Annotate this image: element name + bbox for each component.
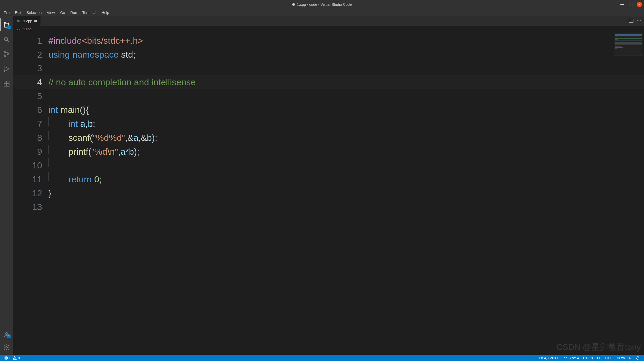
close-button[interactable] xyxy=(637,2,642,7)
code-content xyxy=(48,89,644,103)
menu-selection[interactable]: Selection xyxy=(24,9,44,16)
editor-tabs: C+ 1.cpp xyxy=(13,16,644,26)
split-editor-button[interactable] xyxy=(629,18,633,24)
menu-edit[interactable]: Edit xyxy=(12,9,24,16)
accounts-badge: 1 xyxy=(7,334,11,338)
maximize-button[interactable] xyxy=(628,2,633,7)
activity-source-control[interactable] xyxy=(0,48,13,61)
line-number: 6 xyxy=(13,103,48,117)
activity-run-debug[interactable] xyxy=(0,63,13,75)
tab-label: 1.cpp xyxy=(23,19,32,23)
minimize-button[interactable] xyxy=(620,2,625,7)
editor-area: C+ 1.cpp C+ 1.cpp 1#include<bit xyxy=(13,16,644,355)
activity-extensions[interactable] xyxy=(0,77,13,90)
code-content: scanf("%d%d",&a,&b); xyxy=(48,131,644,145)
code-content: int main(){ xyxy=(48,103,644,117)
line-number: 1 xyxy=(13,34,48,48)
code-content xyxy=(48,61,644,75)
line-number: 13 xyxy=(13,200,48,214)
tab-1-cpp[interactable]: C+ 1.cpp xyxy=(13,16,41,26)
code-content: return 0; xyxy=(48,172,644,186)
svg-rect-11 xyxy=(4,81,6,83)
status-cursor-position[interactable]: Ln 4, Col 39 xyxy=(537,356,560,360)
title-bar: 1.cpp - code - Visual Studio Code xyxy=(0,0,644,9)
svg-rect-29 xyxy=(616,357,620,359)
minimap[interactable] xyxy=(614,33,643,56)
activity-bar: 1 1 xyxy=(0,16,13,355)
code-line[interactable]: 5 xyxy=(13,89,644,103)
svg-marker-9 xyxy=(5,67,9,71)
status-errors-count: 0 xyxy=(9,356,11,360)
code-line[interactable]: 12} xyxy=(13,186,644,200)
menu-bar: FileEditSelectionViewGoRunTerminalHelp xyxy=(0,9,644,16)
breadcrumb[interactable]: C+ 1.cpp xyxy=(13,26,644,33)
code-content: using namespace std; xyxy=(48,48,644,62)
menu-view[interactable]: View xyxy=(44,9,57,16)
code-line[interactable]: 4// no auto completion and intellisense xyxy=(13,75,644,89)
menu-terminal[interactable]: Terminal xyxy=(80,9,99,16)
unsaved-dot-icon xyxy=(292,3,295,6)
code-line[interactable]: 9printf("%d\n",a*b); xyxy=(13,145,644,159)
svg-line-5 xyxy=(7,40,9,42)
code-line[interactable]: 10 xyxy=(13,158,644,172)
line-number: 7 xyxy=(13,117,48,131)
svg-rect-14 xyxy=(7,84,9,86)
code-line[interactable]: 7int a,b; xyxy=(13,117,644,131)
explorer-badge: 1 xyxy=(7,25,11,29)
status-problems[interactable]: 0 0 xyxy=(2,355,22,361)
menu-go[interactable]: Go xyxy=(57,9,68,16)
status-language-mode[interactable]: C++ xyxy=(603,356,614,360)
status-notifications[interactable] xyxy=(634,356,642,360)
svg-point-8 xyxy=(8,53,9,55)
code-line[interactable]: 11return 0; xyxy=(13,172,644,186)
svg-point-21 xyxy=(639,20,640,21)
line-number: 3 xyxy=(13,61,48,75)
status-encoding[interactable]: UTF-8 xyxy=(581,356,595,360)
activity-accounts[interactable]: 1 xyxy=(0,329,13,340)
status-warnings-count: 0 xyxy=(18,356,20,360)
code-line[interactable]: 2using namespace std; xyxy=(13,48,644,62)
svg-rect-12 xyxy=(7,81,9,83)
code-line[interactable]: 6int main(){ xyxy=(13,103,644,117)
line-number: 4 xyxy=(13,75,48,89)
activity-settings[interactable] xyxy=(0,342,13,353)
activity-explorer[interactable]: 1 xyxy=(0,18,13,31)
code-line[interactable]: 1#include<bits/stdc++.h> xyxy=(13,34,644,48)
svg-text:C+: C+ xyxy=(17,28,20,31)
status-ime[interactable]: zh_CN xyxy=(614,356,634,360)
svg-rect-1 xyxy=(629,3,632,6)
code-line[interactable]: 3 xyxy=(13,61,644,75)
tab-actions xyxy=(626,16,644,26)
code-content: printf("%d\n",a*b); xyxy=(48,145,644,159)
code-content xyxy=(48,200,644,214)
line-number: 8 xyxy=(13,131,48,145)
status-indentation[interactable]: Tab Size: 4 xyxy=(560,356,581,360)
svg-point-28 xyxy=(14,359,15,359)
code-content: int a,b; xyxy=(48,117,644,131)
status-eol[interactable]: LF xyxy=(595,356,603,360)
code-content: } xyxy=(48,186,644,200)
more-actions-button[interactable] xyxy=(637,18,641,24)
code-content xyxy=(48,158,644,172)
code-line[interactable]: 8scanf("%d%d",&a,&b); xyxy=(13,131,644,145)
svg-point-7 xyxy=(4,56,6,57)
svg-rect-13 xyxy=(4,84,6,86)
cpp-file-icon: C+ xyxy=(17,19,21,23)
menu-run[interactable]: Run xyxy=(68,9,80,16)
svg-point-20 xyxy=(637,20,638,21)
svg-point-6 xyxy=(4,52,6,53)
code-line[interactable]: 13 xyxy=(13,200,644,214)
svg-point-15 xyxy=(6,332,8,335)
code-editor[interactable]: 1#include<bits/stdc++.h>2using namespace… xyxy=(13,33,644,355)
code-content: // no auto completion and intellisense xyxy=(48,75,644,89)
svg-text:C+: C+ xyxy=(17,19,21,23)
tab-dirty-indicator-icon xyxy=(34,20,37,22)
line-number: 2 xyxy=(13,48,48,62)
menu-file[interactable]: File xyxy=(1,9,12,16)
status-bar: 0 0 Ln 4, Col 39 Tab Size: 4 UTF-8 LF C+… xyxy=(0,355,644,361)
menu-help[interactable]: Help xyxy=(99,9,112,16)
cpp-file-icon: C+ xyxy=(17,27,21,31)
activity-search[interactable] xyxy=(0,33,13,46)
svg-point-10 xyxy=(4,70,5,71)
line-number: 5 xyxy=(13,89,48,103)
